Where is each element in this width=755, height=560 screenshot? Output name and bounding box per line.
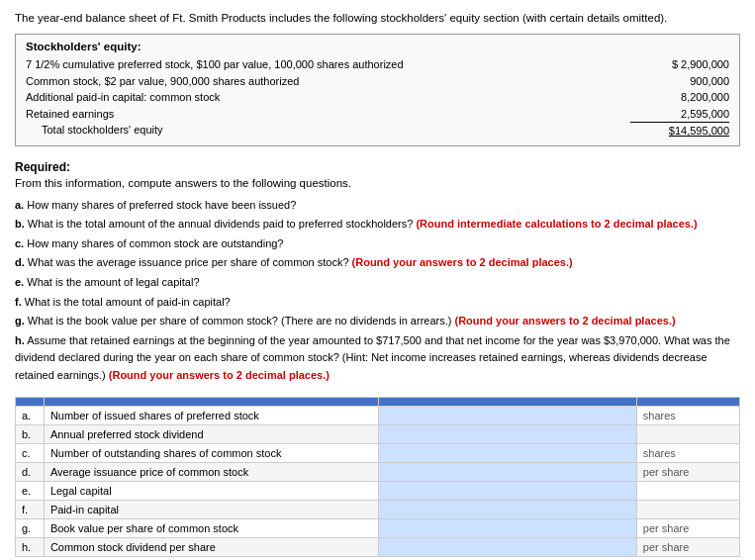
- row-letter-1: b.: [16, 424, 45, 443]
- equity-row-preferred: 7 1/2% cumulative preferred stock, $100 …: [26, 56, 729, 73]
- q-letter-a: a.: [15, 199, 24, 211]
- row-letter-3: d.: [16, 462, 45, 481]
- row-input-1[interactable]: [379, 424, 636, 443]
- row-label-3: Average issuance price of common stock: [44, 462, 379, 481]
- row-unit-0: shares: [636, 406, 739, 424]
- q-letter-h: h.: [15, 334, 25, 346]
- row-unit-6: per share: [636, 518, 739, 537]
- equity-label-total: Total stockholders' equity: [26, 122, 630, 140]
- intro-text: The year-end balance sheet of Ft. Smith …: [15, 10, 740, 26]
- q-letter-e: e.: [15, 276, 24, 288]
- questions-list: a. How many shares of preferred stock ha…: [15, 197, 740, 385]
- row-unit-5: [636, 500, 739, 518]
- row-letter-4: e.: [16, 481, 45, 500]
- row-input-3[interactable]: [379, 462, 636, 481]
- row-input-2[interactable]: [379, 443, 636, 462]
- row-label-6: Book value per share of common stock: [44, 518, 379, 537]
- q-letter-b: b.: [15, 218, 25, 230]
- equity-title: Stockholders' equity:: [26, 41, 729, 52]
- required-subtitle: From this information, compute answers t…: [15, 177, 740, 189]
- equity-label-common: Common stock, $2 par value, 900,000 shar…: [26, 73, 630, 90]
- q-letter-f: f.: [15, 296, 22, 308]
- question-d: d. What was the average issuance price p…: [15, 254, 740, 272]
- question-a: a. How many shares of preferred stock ha…: [15, 197, 740, 215]
- q-bold-b: (Round intermediate calculations to 2 de…: [416, 218, 697, 230]
- q-text-f: What is the total amount of paid-in capi…: [25, 296, 231, 308]
- equity-label-apic: Additional paid-in capital: common stock: [26, 89, 630, 106]
- q-bold-d: (Round your answers to 2 decimal places.…: [352, 256, 573, 268]
- q-bold-g: (Round your answers to 2 decimal places.…: [455, 315, 676, 327]
- row-label-2: Number of outstanding shares of common s…: [44, 443, 379, 462]
- q-letter-g: g.: [15, 315, 25, 327]
- row-unit-3: per share: [636, 462, 739, 481]
- equity-row-apic: Additional paid-in capital: common stock…: [26, 89, 729, 106]
- row-letter-0: a.: [16, 406, 45, 424]
- question-h: h. Assume that retained earnings at the …: [15, 332, 740, 385]
- row-input-7[interactable]: [379, 537, 636, 556]
- q-text-a: How many shares of preferred stock have …: [27, 199, 296, 211]
- required-title: Required:: [15, 160, 740, 174]
- answer-tbody: a.Number of issued shares of preferred s…: [16, 406, 740, 556]
- table-row: h.Common stock dividend per shareper sha…: [16, 537, 740, 556]
- th-label: [44, 397, 379, 406]
- equity-row-total: Total stockholders' equity $14,595,000: [26, 122, 729, 140]
- equity-label-retained: Retained earnings: [26, 106, 630, 123]
- q-text-c: How many shares of common stock are outs…: [27, 237, 283, 249]
- th-unit: [636, 397, 739, 406]
- question-c: c. How many shares of common stock are o…: [15, 235, 740, 253]
- row-input-0[interactable]: [379, 406, 636, 424]
- row-label-7: Common stock dividend per share: [44, 537, 379, 556]
- table-row: d.Average issuance price of common stock…: [16, 462, 740, 481]
- row-letter-6: g.: [16, 518, 45, 537]
- table-row: e.Legal capital: [16, 481, 740, 500]
- equity-label-preferred: 7 1/2% cumulative preferred stock, $100 …: [26, 56, 630, 73]
- equity-amount-apic: 8,200,000: [630, 89, 729, 106]
- row-letter-7: h.: [16, 537, 45, 556]
- row-label-0: Number of issued shares of preferred sto…: [44, 406, 379, 424]
- answer-table: a.Number of issued shares of preferred s…: [15, 397, 740, 557]
- table-row: f.Paid-in capital: [16, 500, 740, 518]
- q-bold-h: (Round your answers to 2 decimal places.…: [109, 369, 330, 381]
- q-text-e: What is the amount of legal capital?: [27, 276, 199, 288]
- equity-amount-preferred: $ 2,900,000: [630, 56, 729, 73]
- question-g: g. What is the book value per share of c…: [15, 313, 740, 330]
- question-f: f. What is the total amount of paid-in c…: [15, 294, 740, 312]
- th-letter: [16, 397, 45, 406]
- q-text-b: What is the total amount of the annual d…: [28, 218, 417, 230]
- equity-row-common: Common stock, $2 par value, 900,000 shar…: [26, 73, 729, 90]
- equity-section: Stockholders' equity: 7 1/2% cumulative …: [15, 34, 740, 146]
- equity-row-retained: Retained earnings 2,595,000: [26, 106, 729, 123]
- table-row: a.Number of issued shares of preferred s…: [16, 406, 740, 424]
- table-row: b.Annual preferred stock dividend: [16, 424, 740, 443]
- row-label-4: Legal capital: [44, 481, 379, 500]
- table-header-row: [16, 397, 740, 406]
- q-text-g: What is the book value per share of comm…: [28, 315, 455, 327]
- row-letter-5: f.: [16, 500, 45, 518]
- equity-amount-total: $14,595,000: [630, 122, 729, 140]
- q-text-d: What was the average issuance price per …: [28, 256, 352, 268]
- table-row: c.Number of outstanding shares of common…: [16, 443, 740, 462]
- row-input-5[interactable]: [379, 500, 636, 518]
- row-letter-2: c.: [16, 443, 45, 462]
- th-input: [379, 397, 636, 406]
- row-unit-1: [636, 424, 739, 443]
- row-unit-4: [636, 481, 739, 500]
- row-label-5: Paid-in capital: [44, 500, 379, 518]
- q-letter-d: d.: [15, 256, 25, 268]
- question-b: b. What is the total amount of the annua…: [15, 216, 740, 233]
- row-label-1: Annual preferred stock dividend: [44, 424, 379, 443]
- table-row: g.Book value per share of common stockpe…: [16, 518, 740, 537]
- q-letter-c: c.: [15, 237, 24, 249]
- required-section: Required: From this information, compute…: [15, 160, 740, 385]
- row-unit-7: per share: [636, 537, 739, 556]
- row-input-4[interactable]: [379, 481, 636, 500]
- row-input-6[interactable]: [379, 518, 636, 537]
- equity-amount-common: 900,000: [630, 73, 729, 90]
- question-e: e. What is the amount of legal capital?: [15, 274, 740, 292]
- row-unit-2: shares: [636, 443, 739, 462]
- equity-amount-retained: 2,595,000: [630, 106, 729, 123]
